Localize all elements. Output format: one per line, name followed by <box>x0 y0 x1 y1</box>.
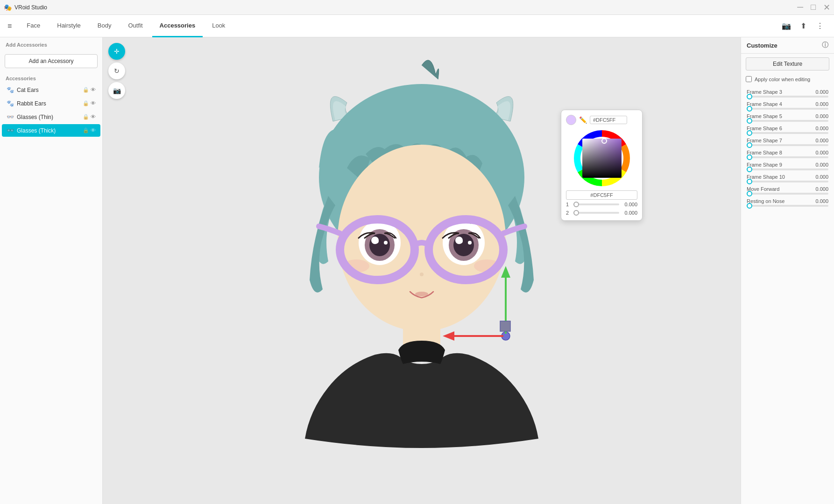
color-picker-overlay: ✏️ <box>561 110 643 221</box>
maximize-button[interactable]: □ <box>811 2 816 13</box>
slider-label-move-forward: Move Forward <box>747 186 779 192</box>
glasses-thick-lock-icon[interactable]: 🔒 <box>83 127 89 133</box>
slider-row-frame-shape-9: Frame Shape 9 0.000 <box>741 161 834 172</box>
customize-header: Customize ⓘ <box>741 37 834 54</box>
rabbit-ears-label: Rabbit Ears <box>17 100 80 107</box>
slider-value-frame-shape-10: 0.000 <box>812 174 828 180</box>
slider-track-move-forward[interactable] <box>747 193 828 195</box>
rabbit-ears-actions: 🔒 👁 <box>83 100 96 106</box>
tab-accessories[interactable]: Accessories <box>152 15 203 37</box>
svg-point-8 <box>384 241 388 245</box>
slider-thumb-frame-shape-7[interactable] <box>747 142 752 148</box>
slider-track-frame-shape-4[interactable] <box>747 108 828 110</box>
edit-texture-button[interactable]: Edit Texture <box>746 57 829 70</box>
slider-value-frame-shape-5: 0.000 <box>812 113 828 119</box>
rabbit-ears-visibility-icon[interactable]: 👁 <box>91 100 96 106</box>
slider-row-frame-shape-8: Frame Shape 8 0.000 <box>741 148 834 160</box>
cat-ears-actions: 🔒 👁 <box>83 87 96 93</box>
slider-track-frame-shape-8[interactable] <box>747 156 828 158</box>
slider-label-frame-shape-8: Frame Shape 8 <box>747 150 782 155</box>
canvas-area[interactable]: ✛ ↻ 📷 <box>103 37 741 504</box>
pencil-icon[interactable]: ✏️ <box>579 116 587 124</box>
top-nav: ≡ Face Hairstyle Body Outfit Accessories… <box>0 15 834 37</box>
accessory-item-glasses-thick[interactable]: 👓 Glasses (Thick) 🔒 👁 <box>2 124 100 137</box>
rabbit-ears-lock-icon[interactable]: 🔒 <box>83 100 89 106</box>
hex-display-box[interactable]: #DFC5FF <box>566 190 637 200</box>
slider-thumb-frame-shape-6[interactable] <box>747 130 752 136</box>
glasses-thick-icon: 👓 <box>7 127 14 134</box>
slider-row-move-forward: Move Forward 0.000 <box>741 185 834 196</box>
color-slider-2-thumb[interactable] <box>573 210 579 216</box>
slider-label-frame-shape-5: Frame Shape 5 <box>747 113 782 119</box>
svg-point-12 <box>453 234 474 256</box>
menu-icon[interactable]: ≡ <box>7 22 12 30</box>
transform-tool-button[interactable]: ✛ <box>108 43 125 60</box>
accessory-item-glasses-thin[interactable]: 👓 Glasses (Thin) 🔒 👁 <box>2 111 100 123</box>
slider-row-frame-shape-3: Frame Shape 3 0.000 <box>741 88 834 99</box>
glasses-thick-visibility-icon[interactable]: 👁 <box>91 127 96 133</box>
slider-value-frame-shape-9: 0.000 <box>812 162 828 168</box>
slider-thumb-frame-shape-5[interactable] <box>747 118 752 124</box>
tab-face[interactable]: Face <box>19 15 48 37</box>
slider-label-frame-shape-10: Frame Shape 10 <box>747 174 785 180</box>
svg-point-6 <box>369 234 390 256</box>
customize-info-icon[interactable]: ⓘ <box>822 41 828 49</box>
color-slider-2-track[interactable] <box>573 212 619 214</box>
slider-thumb-move-forward[interactable] <box>747 191 752 196</box>
slider-thumb-frame-shape-9[interactable] <box>747 167 752 172</box>
tab-hairstyle[interactable]: Hairstyle <box>49 15 88 37</box>
right-panel: Customize ⓘ Edit Texture Apply color whe… <box>741 37 834 504</box>
rotate-tool-button[interactable]: ↻ <box>108 63 125 79</box>
cat-ears-lock-icon[interactable]: 🔒 <box>83 87 89 93</box>
accessory-item-rabbit-ears[interactable]: 🐾 Rabbit Ears 🔒 👁 <box>2 97 100 110</box>
tab-body[interactable]: Body <box>90 15 119 37</box>
camera-button[interactable]: 📷 <box>780 20 793 33</box>
slider-track-frame-shape-9[interactable] <box>747 168 828 170</box>
color-slider-2-value: 0.000 <box>621 210 637 216</box>
slider-thumb-resting-on-nose[interactable] <box>747 203 752 209</box>
color-slider-1-thumb[interactable] <box>573 202 579 207</box>
screenshot-tool-button[interactable]: 📷 <box>108 82 125 99</box>
svg-point-14 <box>468 241 472 245</box>
add-accessory-button[interactable]: Add an Accessory <box>5 54 98 68</box>
slider-value-frame-shape-3: 0.000 <box>812 89 828 95</box>
glasses-thin-visibility-icon[interactable]: 👁 <box>91 114 96 120</box>
glasses-thin-icon: 👓 <box>7 113 14 120</box>
close-button[interactable]: ✕ <box>823 2 830 13</box>
slider-row-frame-shape-4: Frame Shape 4 0.000 <box>741 100 834 111</box>
tab-outfit[interactable]: Outfit <box>120 15 150 37</box>
slider-thumb-frame-shape-10[interactable] <box>747 179 752 184</box>
color-wheel-container[interactable] <box>572 128 632 189</box>
svg-rect-31 <box>582 139 622 178</box>
slider-track-frame-shape-10[interactable] <box>747 181 828 182</box>
slider-thumb-frame-shape-8[interactable] <box>747 154 752 160</box>
color-swatch[interactable] <box>566 115 576 125</box>
customize-panel: Customize ⓘ Edit Texture Apply color whe… <box>741 37 834 86</box>
tab-look[interactable]: Look <box>205 15 233 37</box>
color-slider-1-track[interactable] <box>573 203 619 205</box>
slider-track-frame-shape-5[interactable] <box>747 120 828 122</box>
export-button[interactable]: ⬆ <box>797 20 810 33</box>
minimize-button[interactable]: ─ <box>797 2 803 13</box>
glasses-thin-lock-icon[interactable]: 🔒 <box>83 114 89 120</box>
top-icons: 📷 ⬆ ⋮ <box>780 20 827 33</box>
character-svg <box>103 37 741 504</box>
accessory-item-cat-ears[interactable]: 🐾 Cat Ears 🔒 👁 <box>2 84 100 96</box>
svg-point-9 <box>374 239 379 244</box>
color-wheel-svg <box>572 128 632 189</box>
hex-input[interactable] <box>590 116 627 124</box>
slider-thumb-frame-shape-3[interactable] <box>747 94 752 99</box>
main-layout: Add Accessories Add an Accessory Accesso… <box>0 37 834 504</box>
slider-track-frame-shape-3[interactable] <box>747 96 828 98</box>
apply-color-checkbox[interactable] <box>746 76 752 82</box>
more-options-button[interactable]: ⋮ <box>813 20 827 33</box>
cat-ears-visibility-icon[interactable]: 👁 <box>91 87 96 93</box>
rabbit-ears-icon: 🐾 <box>7 100 14 107</box>
slider-track-frame-shape-6[interactable] <box>747 132 828 134</box>
slider-track-frame-shape-7[interactable] <box>747 144 828 146</box>
slider-thumb-frame-shape-4[interactable] <box>747 106 752 112</box>
glasses-thin-label: Glasses (Thin) <box>17 114 80 120</box>
slider-track-resting-on-nose[interactable] <box>747 205 828 207</box>
svg-rect-27 <box>500 321 510 331</box>
slider-value-frame-shape-7: 0.000 <box>812 138 828 143</box>
